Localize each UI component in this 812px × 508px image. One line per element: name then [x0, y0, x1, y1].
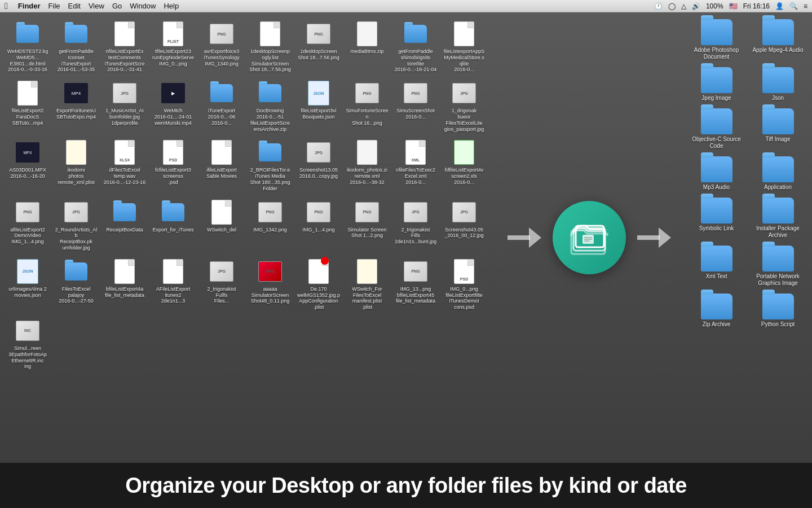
list-item[interactable]: INC Simul...reen3EpathforFotoApEthernetI…	[5, 315, 51, 372]
list-item[interactable]: iTuneExport2016-0...-062016-0...	[198, 77, 245, 134]
list-item[interactable]: JPG 1_MusicArtist_AIbumfolder.jpg1dperpr…	[102, 77, 148, 134]
list-item[interactable]: ▶ WeMtch2016-01...-24-01wemMurski.mp4	[150, 77, 196, 134]
clock: Fri 16:16	[743, 2, 770, 10]
list-item[interactable]: getFromPaddleIconsetiTunesExport2016-01.…	[53, 18, 99, 75]
category-tiff[interactable]: Tiff Image	[748, 106, 807, 152]
search-icon[interactable]: 🔍	[789, 2, 798, 10]
list-item[interactable]: fileListexportAppSMyMedicalStore.sqlite2…	[441, 18, 487, 75]
list-item[interactable]: PSD IMG_0...pngfileListExportfilteiTunes…	[441, 256, 487, 313]
menu-edit[interactable]: Edit	[68, 2, 81, 10]
category-installer[interactable]: Installer Package Archive	[748, 195, 807, 241]
list-item[interactable]: bfileListExport4afile_list_metadata	[102, 256, 148, 313]
tagline: Organize your Desktop or any folder file…	[125, 474, 687, 498]
category-mp3[interactable]: Mp3 Audio	[687, 154, 746, 193]
user-icon[interactable]: 👤	[775, 2, 784, 10]
list-item[interactable]: JPG 2_trigonakistFulllsFiles...	[198, 256, 245, 313]
list-item[interactable]: PNG SimuScreenShot2016-0...	[392, 77, 439, 134]
flag-icon: 🇺🇸	[729, 2, 738, 10]
list-item[interactable]: MP4 ExportForitunesUSBTutoExpo.mp4	[53, 77, 99, 134]
right-arrow	[637, 226, 671, 249]
bluetooth-icon[interactable]: ◯	[668, 2, 676, 10]
list-item[interactable]: nfileListExportExtestCommentsiTunesExpor…	[102, 18, 148, 75]
category-symlink[interactable]: Symbolic Link	[687, 195, 746, 241]
list-item[interactable]: XML nfileFilesToExec2Excel.xml2016-0...	[392, 137, 439, 194]
volume-icon[interactable]: 🔊	[692, 2, 700, 10]
list-item[interactable]: XLSX dFilesToExceltemp.wav2016-0...-12-2…	[102, 137, 148, 194]
list-item[interactable]: JSON fileListExport3viBouquets.json	[295, 77, 342, 134]
menubar-right: 🕐 ◯ △ 🔊 100% 🇺🇸 Fri 16:16 👤 🔍 ≡	[654, 2, 807, 10]
right-panel: Adobe Photoshop Document Apple Mpeg-4 Au…	[682, 12, 812, 463]
list-item[interactable]: JPG 2_trigonakistFills2de1n1s...bunt.jpg	[392, 196, 439, 253]
list-item[interactable]: Export_for_iTunes	[150, 196, 196, 253]
category-png[interactable]: Portable Network Graphics Image	[748, 243, 807, 289]
category-xml[interactable]: Xml Text	[687, 243, 746, 289]
bullets-icon[interactable]: ≡	[804, 2, 807, 10]
list-item[interactable]: fdfileListExport4vscreen2.xls2016-0...	[441, 137, 487, 194]
list-item[interactable]: 1desktopScreenpogly.listSimulatorScreenS…	[247, 18, 293, 75]
list-item[interactable]: mediaBtms.zip	[344, 18, 390, 75]
list-item[interactable]: JPG Screenshot13.052016.0...copy.jpg	[295, 137, 342, 194]
category-jpeg[interactable]: Jpeg Image	[687, 65, 746, 104]
list-item[interactable]: De.170welMGS1352.jpg.pAppConfiguration.p…	[295, 256, 342, 313]
menu-finder[interactable]: Finder	[18, 2, 41, 10]
battery-indicator: 100%	[706, 2, 723, 10]
apple-menu[interactable]: 	[5, 1, 8, 11]
list-item[interactable]: ifileListExportSable Movies	[198, 137, 245, 194]
category-json[interactable]: Json	[748, 65, 807, 104]
list-item[interactable]: WSwitch_ForFilesToExcelmanifest.plist.pl…	[344, 256, 390, 313]
list-item[interactable]: PSD fcfileListExport3screenss.psd	[150, 137, 196, 194]
category-objc[interactable]: Objective-C Source Code	[687, 106, 746, 152]
list-item[interactable]: PNG IMG_13...pngbfileListExport45file_li…	[392, 256, 439, 313]
time-machine-icon[interactable]: 🕐	[654, 2, 663, 10]
list-item[interactable]: 2_BROIFilesTor.eiTunes MediaShot 180...3…	[247, 137, 293, 194]
left-arrow	[508, 226, 541, 249]
list-item[interactable]: ReceiptBoxData	[102, 196, 148, 253]
list-item[interactable]: MPX AS03D001.MPX2016-0...-16-20	[5, 137, 51, 194]
list-item[interactable]: WSwitch_del	[198, 196, 245, 253]
arrow-area	[496, 12, 682, 463]
list-item[interactable]: JPG Screenshot43.05_2016_00_12.jpg	[441, 196, 487, 253]
list-item[interactable]: JPG 2_RoundArtists_AlbReceiptBox.pkumfol…	[53, 196, 99, 253]
list-item[interactable]: PNG IMG_1342.png	[247, 196, 293, 253]
category-zip[interactable]: Zip Archive	[687, 291, 746, 330]
list-item[interactable]: PNG Simulator ScreenShot 1...2.png	[344, 196, 390, 253]
main-content: WeMD5TEST2.kgWeMD5...E3801...de.html2016…	[0, 12, 812, 463]
list-item[interactable]: FilesToExcelpalajoy2016-0...-27-50	[53, 256, 99, 313]
menubar:  Finder File Edit View Go Window Help 🕐…	[0, 0, 812, 12]
list-item[interactable]: PNG SimuFortuneScreenShot 16...png	[344, 77, 390, 134]
organizer-icon	[553, 201, 626, 274]
category-application[interactable]: Application	[748, 154, 807, 193]
category-apple-audio[interactable]: Apple Mpeg-4 Audio	[748, 17, 807, 63]
list-item[interactable]: ikodomiphotosremote_xml.plist	[53, 137, 99, 194]
wifi-icon[interactable]: △	[681, 2, 686, 10]
list-item[interactable]: AFileListExportitunes22de1n1...3	[150, 256, 196, 313]
menu-window[interactable]: Window	[130, 2, 156, 10]
list-item[interactable]: fileListExport2FaraDocSSBTuto...mp4	[5, 77, 51, 134]
list-item[interactable]: PLIST tfileListExport23runEpgNodeServeIM…	[150, 18, 196, 75]
list-item[interactable]: PNG afileListExport2DemoVideoIMG_1...4.p…	[5, 196, 51, 253]
category-python[interactable]: Python Script	[748, 291, 807, 330]
list-item[interactable]: ikodomi_photos.ziremote.xml2016-0...-38-…	[344, 137, 390, 194]
list-item[interactable]: PNG aaaaaSimulatorScreenShot48_0.11.png	[247, 256, 293, 313]
list-item[interactable]: PNG avrExportfoice3iTunesSynologyIMG_134…	[198, 18, 245, 75]
list-item[interactable]: PNG 1desktopScreenShot 18...7.56.png	[295, 18, 342, 75]
list-item[interactable]: WeMD5TEST2.kgWeMD5...E3801...de.html2016…	[5, 18, 51, 75]
file-area: WeMD5TEST2.kgWeMD5...E3801...de.html2016…	[0, 12, 496, 463]
list-item[interactable]: getFromPaddleshimobiIgnitstoreIlite2016-…	[392, 18, 439, 75]
menu-view[interactable]: View	[89, 2, 104, 10]
list-item[interactable]: JPG 1_drigonakbueorFilesToExcelLitegios_…	[441, 77, 487, 134]
list-item[interactable]: JSON urlImagesAlma 2movies.json	[5, 256, 51, 313]
list-item[interactable]: PNG IMG_1...4.png	[295, 196, 342, 253]
menu-file[interactable]: File	[48, 2, 60, 10]
menu-help[interactable]: Help	[164, 2, 179, 10]
menu-go[interactable]: Go	[112, 2, 122, 10]
category-photoshop[interactable]: Adobe Photoshop Document	[687, 17, 746, 63]
list-item[interactable]: DocBrowing2016-0...-51fileListExportScre…	[247, 77, 293, 134]
bottom-bar: Organize your Desktop or any folder file…	[0, 463, 812, 508]
